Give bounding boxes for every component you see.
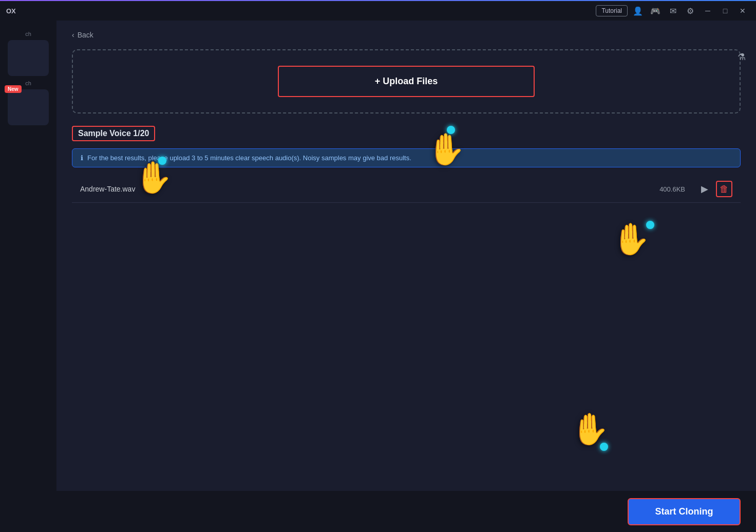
info-text: For the best results, please upload 3 to… (87, 154, 411, 162)
title-bar-left: OX (6, 7, 16, 15)
mail-icon[interactable]: ✉ (666, 4, 680, 18)
sidebar-label-2: ch (25, 80, 31, 86)
minimize-button[interactable]: ─ (701, 4, 715, 18)
discord-icon[interactable]: 🎮 (648, 4, 663, 18)
sidebar-label-1: ch (25, 31, 31, 37)
delete-button[interactable]: 🗑 (716, 181, 732, 197)
file-name: Andrew-Tate.wav (80, 185, 659, 193)
file-size: 400.6KB (659, 185, 685, 193)
start-cloning-button[interactable]: Start Cloning (628, 498, 741, 525)
info-banner: ℹ For the best results, please upload 3 … (72, 148, 741, 167)
title-bar: OX Tutorial 👤 🎮 ✉ ⚙ ─ □ ✕ (0, 0, 756, 21)
settings-icon[interactable]: ⚙ (683, 4, 697, 18)
upload-area: + Upload Files (72, 49, 741, 113)
app-name: OX (6, 7, 16, 15)
sidebar-item-1[interactable] (8, 40, 49, 76)
sidebar: ch ch New (0, 21, 56, 532)
back-button[interactable]: ‹ Back (72, 31, 741, 39)
tutorial-button[interactable]: Tutorial (596, 5, 628, 16)
section-header: Sample Voice 1/20 (72, 126, 741, 141)
maximize-button[interactable]: □ (718, 4, 732, 18)
sample-voice-label: Sample Voice 1/20 (72, 126, 155, 141)
upload-files-button[interactable]: + Upload Files (278, 66, 535, 97)
close-button[interactable]: ✕ (735, 4, 750, 18)
file-row: Andrew-Tate.wav 400.6KB ▶ 🗑 (72, 176, 741, 203)
new-badge: New (5, 85, 22, 93)
bottom-bar: Start Cloning (56, 491, 756, 532)
back-label: Back (78, 31, 93, 39)
info-icon: ℹ (81, 154, 83, 162)
user-icon[interactable]: 👤 (631, 4, 645, 18)
top-settings-icon[interactable]: ⚗ (738, 51, 746, 63)
play-button[interactable]: ▶ (696, 181, 713, 197)
sidebar-item-2[interactable]: New (8, 89, 49, 125)
back-arrow-icon: ‹ (72, 31, 74, 39)
main-content: ‹ Back ⚗ + Upload Files Sample Voice 1/2… (56, 21, 756, 532)
title-bar-right: Tutorial 👤 🎮 ✉ ⚙ ─ □ ✕ (596, 4, 750, 18)
